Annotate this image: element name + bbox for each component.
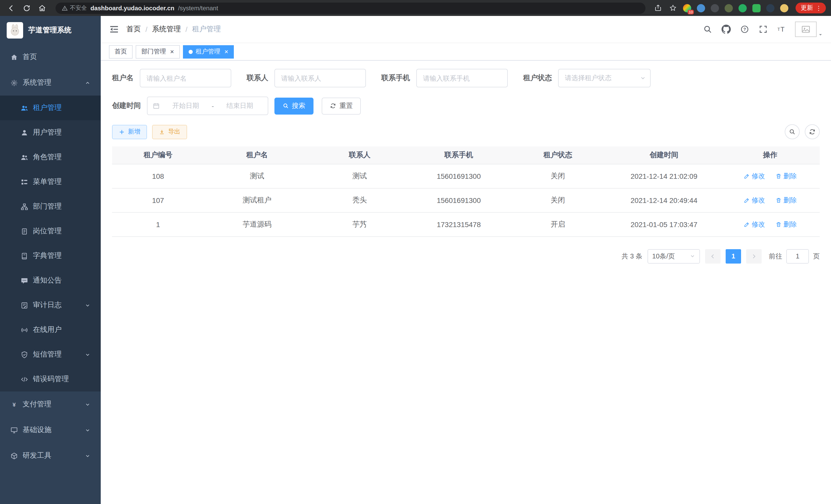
user-icon — [21, 129, 28, 137]
breadcrumb-separator: / — [145, 25, 147, 33]
page-size-select[interactable]: 10条/页 — [648, 249, 700, 263]
logo[interactable]: 芋道管理系统 — [0, 16, 101, 44]
security-warning[interactable]: 不安全 — [62, 4, 87, 12]
phone-input[interactable] — [416, 69, 508, 87]
menu-tree-icon — [21, 178, 28, 186]
export-button[interactable]: 导出 — [152, 125, 187, 139]
tab-dept-management[interactable]: 部门管理 × — [136, 45, 180, 58]
sidebar-collapse-icon[interactable] — [109, 24, 119, 34]
share-icon[interactable] — [653, 3, 663, 13]
back-icon[interactable] — [5, 2, 18, 14]
extension-icon[interactable] — [710, 3, 719, 12]
sidebar-item-menu-management[interactable]: 菜单管理 — [0, 170, 101, 194]
tab-tenant-management[interactable]: 租户管理 × — [183, 45, 234, 58]
page-unit-label: 页 — [813, 251, 820, 261]
calendar-icon — [153, 102, 160, 110]
extension-icon[interactable]: 10 — [683, 3, 692, 12]
address-bar[interactable]: 不安全 dashboard.yudao.iocoder.cn /system/t… — [56, 2, 646, 13]
sidebar-item-post-management[interactable]: 岗位管理 — [0, 219, 101, 243]
delete-link[interactable]: 删除 — [775, 171, 797, 181]
cell-tenant-name: 测试 — [204, 164, 310, 188]
chevron-down-icon — [85, 453, 90, 458]
search-button-label: 搜索 — [292, 101, 305, 111]
top-navbar: 首页 / 系统管理 / 租户管理 ? — [101, 16, 831, 43]
sidebar-item-dict-management[interactable]: 字典管理 — [0, 243, 101, 268]
tab-label: 租户管理 — [196, 47, 220, 56]
delete-link[interactable]: 删除 — [775, 219, 797, 229]
sidebar-item-online-users[interactable]: 在线用户 — [0, 318, 101, 342]
help-icon[interactable]: ? — [740, 24, 750, 34]
tenant-name-input[interactable] — [140, 69, 231, 87]
sidebar-item-label: 支付管理 — [23, 400, 51, 409]
add-button[interactable]: 新增 — [112, 125, 147, 139]
pagination-total: 共 3 条 — [622, 251, 642, 261]
sidebar-item-user-management[interactable]: 用户管理 — [0, 120, 101, 145]
date-range-picker[interactable]: 开始日期 - 结束日期 — [147, 97, 268, 115]
github-icon[interactable] — [721, 24, 731, 34]
extension-icon[interactable] — [752, 3, 761, 12]
chevron-down-icon — [640, 75, 646, 81]
sidebar-item-label: 短信管理 — [33, 350, 62, 359]
logo-image — [7, 22, 23, 38]
prev-page-button[interactable] — [705, 249, 720, 263]
close-icon[interactable]: × — [170, 48, 174, 55]
profile-avatar[interactable] — [780, 3, 789, 12]
tab-home[interactable]: 首页 — [109, 45, 133, 58]
edit-link[interactable]: 修改 — [743, 171, 765, 181]
contact-input[interactable] — [275, 69, 366, 87]
edit-link[interactable]: 修改 — [743, 196, 765, 205]
refresh-icon[interactable] — [21, 2, 33, 14]
sidebar-item-system-management[interactable]: 系统管理 — [0, 70, 101, 95]
toggle-search-button[interactable] — [785, 124, 800, 139]
pencil-icon — [743, 197, 749, 203]
sidebar-item-dept-management[interactable]: 部门管理 — [0, 194, 101, 219]
sidebar-item-notice[interactable]: 通知公告 — [0, 268, 101, 293]
bookmark-star-icon[interactable] — [667, 3, 678, 13]
status-select-placeholder: 请选择租户状态 — [565, 73, 611, 83]
sidebar-item-home[interactable]: 首页 — [0, 44, 101, 70]
extension-icon[interactable] — [696, 3, 706, 12]
chrome-update-button[interactable]: 更新 ⋮ — [796, 3, 826, 13]
breadcrumb-home[interactable]: 首页 — [126, 25, 141, 34]
refresh-table-button[interactable] — [805, 124, 820, 139]
sidebar-item-dev-tools[interactable]: 研发工具 — [0, 443, 101, 469]
search-icon[interactable] — [703, 24, 713, 34]
fullscreen-icon[interactable] — [758, 24, 768, 34]
export-button-label: 导出 — [168, 127, 180, 136]
sidebar-item-label: 基础设施 — [23, 425, 51, 435]
search-button[interactable]: 搜索 — [275, 97, 314, 114]
edit-link[interactable]: 修改 — [743, 219, 765, 229]
close-icon[interactable]: × — [224, 48, 228, 55]
sidebar-item-sms-management[interactable]: 短信管理 — [0, 342, 101, 367]
sidebar-item-audit-log[interactable]: 审计日志 — [0, 293, 101, 318]
breadcrumb-system[interactable]: 系统管理 — [152, 25, 181, 34]
next-page-button[interactable] — [746, 249, 762, 263]
code-icon — [21, 375, 28, 383]
extension-icon[interactable] — [738, 3, 747, 12]
extension-icon[interactable] — [724, 3, 733, 12]
broken-image-icon — [801, 24, 811, 34]
status-select[interactable]: 请选择租户状态 — [558, 69, 651, 87]
home-icon[interactable] — [36, 2, 48, 14]
contact-label: 联系人 — [247, 73, 268, 83]
user-avatar-menu[interactable] — [795, 22, 823, 37]
cell-contact: 测试 — [310, 164, 409, 188]
reset-button[interactable]: 重置 — [322, 97, 361, 114]
search-icon — [789, 128, 796, 135]
font-size-icon[interactable]: TT — [776, 24, 787, 34]
extension-icon[interactable] — [766, 3, 775, 12]
chevron-up-icon — [85, 80, 90, 86]
sidebar-item-label: 系统管理 — [23, 78, 51, 87]
goto-page-input[interactable] — [786, 249, 809, 263]
cell-status: 关闭 — [508, 164, 607, 188]
sidebar-item-role-management[interactable]: 角色管理 — [0, 145, 101, 170]
sidebar-item-tenant-management[interactable]: 租户管理 — [0, 95, 101, 120]
page-number-button[interactable]: 1 — [726, 249, 741, 263]
sidebar-item-payment-management[interactable]: ¥ 支付管理 — [0, 391, 101, 417]
pencil-icon — [743, 221, 749, 227]
payment-yen-icon: ¥ — [10, 401, 18, 408]
delete-link[interactable]: 删除 — [775, 196, 797, 205]
sidebar-item-error-code-management[interactable]: 错误码管理 — [0, 367, 101, 391]
chevron-right-icon — [751, 253, 757, 259]
sidebar-item-infrastructure[interactable]: 基础设施 — [0, 417, 101, 443]
